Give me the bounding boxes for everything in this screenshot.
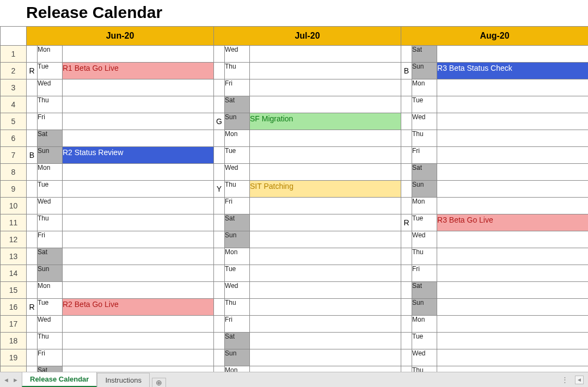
event-code[interactable] (214, 96, 225, 113)
event-code[interactable] (27, 198, 38, 214)
event-cell[interactable] (437, 147, 588, 164)
event-code[interactable] (214, 349, 225, 366)
event-cell[interactable] (63, 79, 214, 96)
event-code[interactable] (214, 130, 225, 147)
event-cell[interactable] (250, 299, 401, 316)
event-cell[interactable] (437, 316, 588, 333)
day-of-week[interactable]: Sun (225, 113, 250, 130)
event-cell[interactable] (63, 333, 214, 349)
event-code[interactable] (27, 366, 38, 372)
day-of-week[interactable]: Thu (412, 248, 437, 265)
event-code[interactable] (214, 248, 225, 265)
event-cell[interactable] (250, 96, 401, 113)
day-of-week[interactable]: Tue (225, 147, 250, 164)
event-cell[interactable] (437, 181, 588, 198)
day-of-week[interactable]: Wed (412, 349, 437, 366)
event-cell[interactable] (250, 265, 401, 282)
event-cell[interactable] (250, 316, 401, 333)
event-cell[interactable] (437, 366, 588, 372)
event-code[interactable] (214, 231, 225, 248)
day-of-week[interactable]: Fri (38, 231, 63, 248)
event-code[interactable] (214, 214, 225, 231)
sheet-tab-instructions[interactable]: Instructions (97, 373, 149, 387)
event-cell[interactable] (63, 265, 214, 282)
day-of-week[interactable]: Wed (225, 282, 250, 299)
event-cell[interactable] (250, 282, 401, 299)
event-code[interactable] (27, 248, 38, 265)
event-cell[interactable] (250, 147, 401, 164)
day-of-week[interactable]: Sun (38, 147, 63, 164)
tab-options-icon[interactable]: ⋮ (561, 376, 569, 384)
day-of-week[interactable]: Fri (38, 113, 63, 130)
event-cell[interactable] (437, 130, 588, 147)
event-code[interactable] (27, 130, 38, 147)
event-cell[interactable] (437, 198, 588, 214)
event-cell[interactable] (437, 46, 588, 63)
event-code[interactable] (401, 333, 412, 349)
day-of-week[interactable]: Sun (412, 181, 437, 198)
day-of-week[interactable]: Wed (225, 46, 250, 63)
event-cell[interactable] (250, 366, 401, 372)
event-code[interactable] (401, 147, 412, 164)
event-code[interactable] (214, 316, 225, 333)
day-of-week[interactable]: Mon (38, 164, 63, 181)
day-of-week[interactable]: Sat (412, 164, 437, 181)
event-code[interactable]: Y (214, 181, 225, 198)
day-of-week[interactable]: Mon (225, 366, 250, 372)
event-code[interactable] (214, 366, 225, 372)
event-code[interactable] (401, 299, 412, 316)
day-of-week[interactable]: Sun (412, 63, 437, 79)
day-of-week[interactable]: Mon (225, 248, 250, 265)
event-cell[interactable] (437, 299, 588, 316)
event-cell[interactable] (63, 96, 214, 113)
event-code[interactable] (27, 316, 38, 333)
day-of-week[interactable]: Sat (412, 46, 437, 63)
day-of-week[interactable]: Fri (225, 79, 250, 96)
event-cell[interactable] (250, 79, 401, 96)
event-code[interactable] (401, 46, 412, 63)
event-cell[interactable] (250, 248, 401, 265)
event-cell[interactable] (63, 181, 214, 198)
day-of-week[interactable]: Thu (38, 96, 63, 113)
event-cell[interactable] (63, 248, 214, 265)
day-of-week[interactable]: Wed (38, 79, 63, 96)
day-of-week[interactable]: Thu (225, 299, 250, 316)
event-code[interactable] (401, 130, 412, 147)
event-code[interactable] (401, 181, 412, 198)
day-of-week[interactable]: Tue (412, 333, 437, 349)
event-cell[interactable] (63, 198, 214, 214)
event-cell[interactable] (250, 214, 401, 231)
event-code[interactable] (27, 164, 38, 181)
day-of-week[interactable]: Wed (412, 231, 437, 248)
event-cell[interactable] (63, 46, 214, 63)
day-of-week[interactable]: Sat (225, 214, 250, 231)
event-code[interactable] (27, 333, 38, 349)
event-cell[interactable]: R2 Status Review (63, 147, 214, 164)
event-code[interactable] (27, 46, 38, 63)
event-cell[interactable]: R3 Beta Go Live (437, 214, 588, 231)
event-code[interactable] (27, 282, 38, 299)
event-cell[interactable] (437, 248, 588, 265)
event-cell[interactable] (63, 366, 214, 372)
event-cell[interactable] (250, 63, 401, 79)
event-cell[interactable] (250, 46, 401, 63)
event-code[interactable] (401, 248, 412, 265)
event-cell[interactable] (437, 79, 588, 96)
day-of-week[interactable]: Mon (38, 46, 63, 63)
event-cell[interactable] (63, 282, 214, 299)
event-code[interactable] (401, 316, 412, 333)
day-of-week[interactable]: Tue (412, 96, 437, 113)
event-cell[interactable] (63, 231, 214, 248)
day-of-week[interactable]: Wed (225, 164, 250, 181)
event-cell[interactable]: SF Migration (250, 113, 401, 130)
event-code[interactable] (214, 299, 225, 316)
day-of-week[interactable]: Fri (225, 198, 250, 214)
day-of-week[interactable]: Sun (225, 349, 250, 366)
day-of-week[interactable]: Thu (38, 333, 63, 349)
event-code[interactable] (27, 349, 38, 366)
day-of-week[interactable]: Sun (38, 265, 63, 282)
day-of-week[interactable]: Wed (38, 316, 63, 333)
add-sheet-button[interactable]: ⊕ (152, 378, 166, 387)
event-code[interactable] (401, 265, 412, 282)
event-code[interactable] (27, 181, 38, 198)
